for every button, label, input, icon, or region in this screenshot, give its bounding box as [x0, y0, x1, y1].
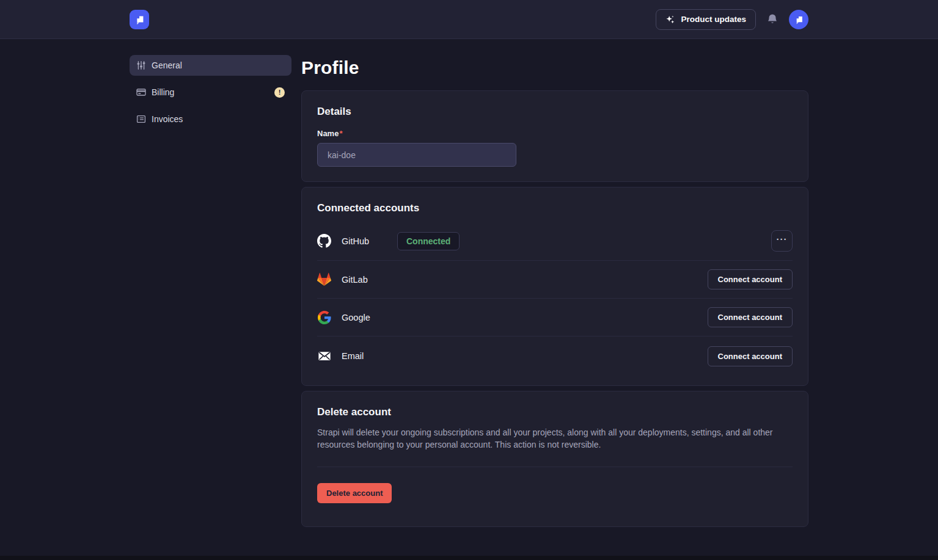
connect-email-button[interactable]: Connect account [708, 346, 793, 366]
required-marker: * [339, 129, 342, 138]
provider-name: Google [342, 313, 375, 322]
user-avatar[interactable] [789, 10, 808, 29]
strapi-avatar-icon [793, 13, 805, 26]
strapi-logo-icon [133, 13, 146, 26]
settings-sidebar: General Billing ! [130, 55, 291, 129]
google-icon [317, 310, 331, 324]
github-more-options-button[interactable]: ··· [771, 230, 793, 252]
github-icon [317, 234, 331, 248]
divider [317, 467, 793, 467]
sparkles-icon [665, 15, 675, 24]
topbar: Product updates [0, 0, 938, 39]
delete-account-description: Strapi will delete your ongoing subscrip… [317, 426, 793, 451]
sidebar-item-label: General [152, 60, 182, 70]
sliders-icon [136, 60, 146, 70]
gitlab-icon [317, 272, 331, 286]
name-label: Name* [317, 129, 793, 138]
sidebar-item-label: Invoices [152, 114, 183, 124]
account-row-gitlab: GitLab Connect account [317, 261, 793, 299]
ellipsis-icon: ··· [777, 235, 788, 244]
connect-google-button[interactable]: Connect account [708, 307, 793, 327]
account-row-google: Google Connect account [317, 299, 793, 336]
sidebar-item-label: Billing [152, 87, 174, 97]
product-updates-button[interactable]: Product updates [656, 9, 756, 30]
invoice-icon [136, 114, 146, 124]
delete-account-title: Delete account [317, 406, 793, 418]
billing-warning-badge: ! [274, 87, 285, 98]
delete-account-card: Delete account Strapi will delete your o… [301, 391, 808, 527]
details-card: Details Name* [301, 90, 808, 182]
credit-card-icon [136, 87, 146, 97]
product-updates-label: Product updates [681, 15, 746, 24]
sidebar-item-general[interactable]: General [130, 55, 291, 76]
name-input[interactable] [317, 143, 516, 167]
account-row-github: GitHub Connected ··· [317, 222, 793, 261]
provider-name: GitHub [342, 236, 375, 246]
bottom-edge [0, 556, 938, 560]
sidebar-item-invoices[interactable]: Invoices [130, 109, 291, 129]
account-row-email: Email Connect account [317, 336, 793, 371]
connected-accounts-card: Connected accounts GitHub Connected ··· [301, 187, 808, 386]
sidebar-item-billing[interactable]: Billing ! [130, 82, 291, 103]
bell-icon[interactable] [766, 13, 779, 26]
provider-name: Email [342, 351, 375, 361]
provider-name: GitLab [342, 275, 375, 285]
delete-account-button[interactable]: Delete account [317, 483, 392, 503]
connected-status-badge: Connected [397, 232, 460, 250]
connected-accounts-title: Connected accounts [317, 202, 793, 214]
strapi-logo[interactable] [130, 10, 149, 29]
profile-page: Profile Details Name* Connected accounts [301, 55, 808, 556]
details-title: Details [317, 106, 793, 118]
connect-gitlab-button[interactable]: Connect account [708, 269, 793, 289]
email-icon [317, 349, 331, 363]
page-title: Profile [301, 57, 808, 78]
